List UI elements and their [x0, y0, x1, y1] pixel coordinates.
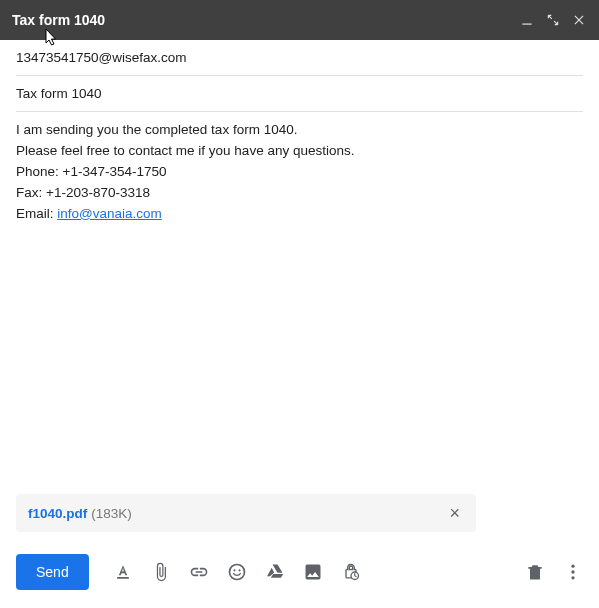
attachment-remove-icon[interactable]: × — [445, 504, 464, 522]
body-email-line: Email: info@vanaia.com — [16, 204, 583, 225]
compose-title: Tax form 1040 — [12, 12, 519, 28]
svg-point-7 — [571, 576, 574, 579]
svg-point-1 — [229, 565, 244, 580]
email-link[interactable]: info@vanaia.com — [57, 206, 162, 221]
body-line: I am sending you the completed tax form … — [16, 120, 583, 141]
attachment-size: (183K) — [91, 506, 132, 521]
send-button[interactable]: Send — [16, 554, 89, 590]
confidential-mode-icon[interactable] — [341, 562, 361, 582]
body-line: Please feel free to contact me if you ha… — [16, 141, 583, 162]
attachment-name: f1040.pdf — [28, 506, 87, 521]
phone-value: +1-347-354-1750 — [63, 164, 167, 179]
minimize-icon[interactable] — [519, 12, 535, 28]
attach-file-icon[interactable] — [151, 562, 171, 582]
more-options-icon[interactable] — [563, 562, 583, 582]
insert-photo-icon[interactable] — [303, 562, 323, 582]
discard-draft-icon[interactable] — [525, 562, 545, 582]
subject-field[interactable]: Tax form 1040 — [16, 76, 583, 112]
footer-right — [525, 562, 583, 582]
fax-value: +1-203-870-3318 — [46, 185, 150, 200]
compose-footer: Send — [0, 552, 599, 608]
text-format-icon[interactable] — [113, 562, 133, 582]
svg-point-2 — [233, 569, 235, 571]
svg-rect-0 — [522, 24, 531, 25]
svg-point-6 — [571, 570, 574, 573]
fax-label: Fax: — [16, 185, 46, 200]
body-fax-line: Fax: +1-203-870-3318 — [16, 183, 583, 204]
insert-link-icon[interactable] — [189, 562, 209, 582]
message-body[interactable]: I am sending you the completed tax form … — [16, 112, 583, 494]
svg-point-3 — [238, 569, 240, 571]
compose-header: Tax form 1040 — [0, 0, 599, 40]
compose-body: 13473541750@wisefax.com Tax form 1040 I … — [0, 40, 599, 552]
fullscreen-icon[interactable] — [545, 12, 561, 28]
attachment-chip[interactable]: f1040.pdf (183K) × — [16, 494, 476, 532]
phone-label: Phone: — [16, 164, 63, 179]
format-toolbar — [113, 562, 361, 582]
close-icon[interactable] — [571, 12, 587, 28]
emoji-icon[interactable] — [227, 562, 247, 582]
window-controls — [519, 12, 587, 28]
svg-point-5 — [571, 565, 574, 568]
drive-icon[interactable] — [265, 562, 285, 582]
body-phone-line: Phone: +1-347-354-1750 — [16, 162, 583, 183]
to-field[interactable]: 13473541750@wisefax.com — [16, 40, 583, 76]
email-label: Email: — [16, 206, 57, 221]
